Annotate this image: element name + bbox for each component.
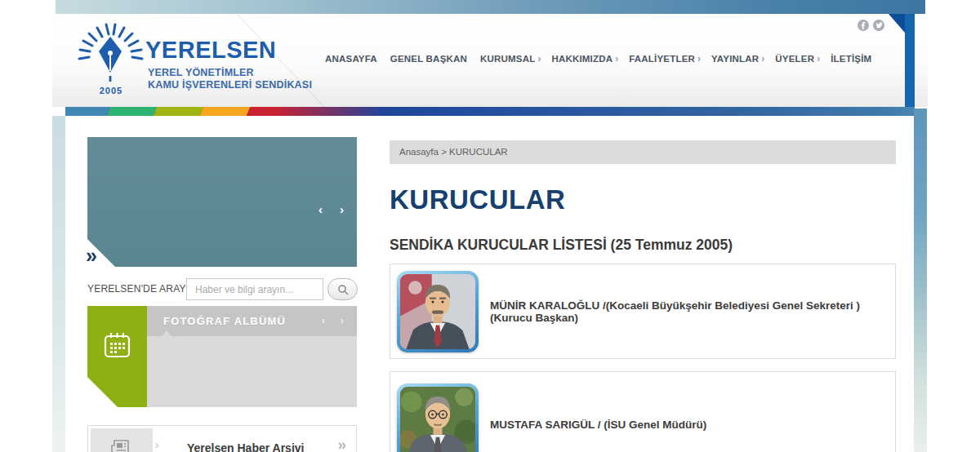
archive-more-button[interactable]: » [337,436,346,452]
ribbon-fold-decor [889,14,905,33]
nav-item-faaliyetler[interactable]: FAALİYETLER › [629,53,701,64]
photo-album-header: FOTOĞRAF ALBÜMÜ ‹ › [147,306,357,336]
stripe-segment-olive [154,107,203,116]
yerelsen-logo-icon[interactable] [72,20,149,86]
chevron-down-icon: › [761,53,764,64]
founder-list-item: MUSTAFA SARIGÜL / (İSU Genel Müdürü) [390,371,896,452]
page-title: KURUCULAR [390,184,565,215]
logo-subtitle-1: YEREL YÖNETİMLER [148,67,254,78]
nav-label: YAYINLAR [711,54,759,64]
nav-item-yayinlar[interactable]: YAYINLAR › [711,53,764,64]
founder-name: MUSTAFA SARIGÜL / (İSU Genel Müdürü) [490,419,706,431]
album-next-button[interactable]: › [341,315,344,326]
section-title: SENDİKA KURUCULAR LİSTESİ (25 Temmuz 200… [390,237,733,254]
nav-item-kurumsal[interactable]: KURUMSAL › [480,53,541,64]
nav-label: HAKKIMIZDA [551,54,612,64]
search-icon [337,284,349,295]
chevron-right-icon: › [155,438,159,451]
breadcrumb[interactable]: Anasayfa > KURUCULAR [390,140,896,164]
nav-item-genel-baskan[interactable]: GENEL BAŞKAN [390,54,470,64]
founder-list-item: MÜNİR KARALOĞLU /(Kocaeli Büyükşehir Bel… [390,264,896,359]
nav-item-anasayfa[interactable]: ANASAYFA [325,54,380,64]
nav-label: GENEL BAŞKAN [390,54,467,64]
background-photo-right-edge [914,109,927,452]
slider-next-button[interactable]: › [340,203,344,215]
chevron-down-icon: › [697,53,701,64]
search-button[interactable] [327,278,358,300]
facebook-icon[interactable] [858,20,869,31]
founder-name: MÜNİR KARALOĞLU /(Kocaeli Büyükşehir Bel… [490,299,889,324]
search-input[interactable] [186,278,323,300]
chevron-down-icon: › [537,53,541,64]
stripe-segment-orange [200,107,250,116]
slider-prev-button[interactable]: ‹ [318,203,323,215]
photo-album-content [147,336,357,407]
photo-album-title: FOTOĞRAF ALBÜMÜ [163,315,286,327]
social-links [858,20,884,31]
stripe-segment-blue [65,107,110,116]
archive-title[interactable]: Yerelsen Haber Arşivi [187,441,304,452]
nav-label: ÜYELER [775,54,814,64]
slider-expand-button[interactable]: » [86,246,96,266]
background-photo-left-edge [52,116,65,452]
news-archive-card[interactable]: › Yerelsen Haber Arşivi » [87,425,357,452]
page-container: 2005 YERELSEN YEREL YÖNETİMLER KAMU İŞVE… [52,0,928,452]
photo-album-tile[interactable] [87,306,147,407]
logo-title[interactable]: YERELSEN [145,37,276,64]
nav-item-uyeler[interactable]: ÜYELER › [775,53,820,64]
nav-label: FAALİYETLER [629,54,695,64]
album-prev-button[interactable]: ‹ [322,315,325,326]
site-header: 2005 YERELSEN YEREL YÖNETİMLER KAMU İŞVE… [52,14,928,107]
logo-year: 2005 [77,86,145,95]
nav-item-iletisim[interactable]: İLETİŞİM [831,54,874,64]
chevron-down-icon: › [615,53,618,64]
album-notch-decor [162,330,172,336]
logo-subtitle-2: KAMU İŞVERENLERİ SENDİKASI [148,79,312,91]
stripe-segment-green [107,107,157,116]
twitter-icon[interactable] [873,20,884,31]
chevron-down-icon: › [817,53,820,64]
top-gradient-bar [56,0,925,14]
founder-photo [397,271,479,352]
search-label: YERELSEN'DE ARAYIN: [87,283,199,295]
archive-thumbnail [91,428,153,452]
blue-ribbon-decor [905,14,915,115]
main-nav: ANASAYFA GENEL BAŞKAN KURUMSAL › HAKKIMI… [325,53,874,64]
nav-label: KURUMSAL [480,54,535,64]
founder-photo [397,383,479,452]
newspaper-icon [110,438,133,452]
nav-label: ANASAYFA [325,54,377,64]
nav-item-hakkimizda[interactable]: HAKKIMIZDA › [551,53,618,64]
sidebar-banner-slider[interactable]: ‹ › [87,137,357,267]
rainbow-stripe [65,107,915,116]
calendar-icon [104,331,131,358]
nav-label: İLETİŞİM [831,54,871,64]
